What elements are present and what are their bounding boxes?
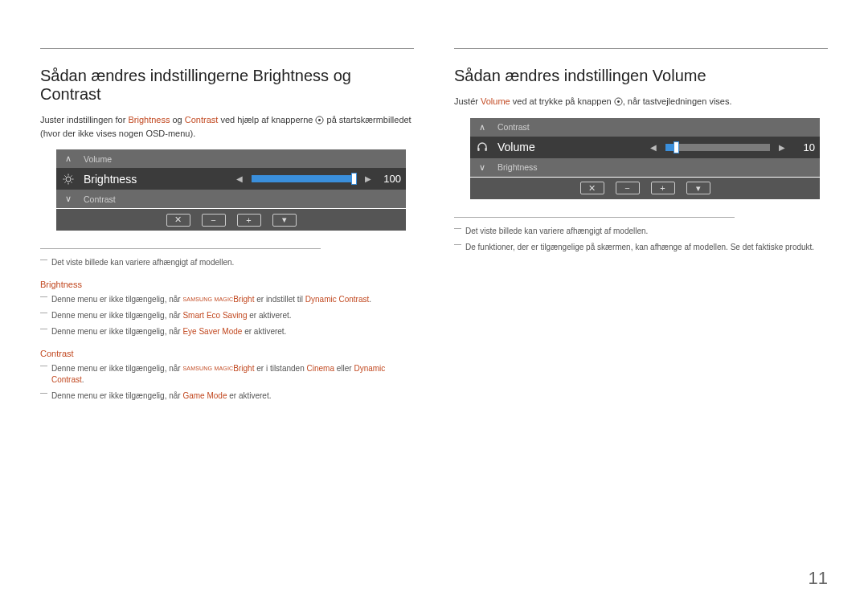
arrow-right-icon[interactable]: ▶ [360,174,376,183]
samsung-magic-label: SAMSUNG MAGIC [182,366,233,371]
osd-footer: ✕ − + ▾ [56,209,406,231]
osd-bottom-label: Contrast [80,194,201,204]
brightness-slider[interactable] [252,175,356,182]
hl-brightness: Brightness [128,115,170,125]
t: er i tilstanden [254,364,306,373]
svg-line-9 [65,182,66,182]
svg-point-1 [319,119,321,121]
plus-button[interactable]: + [237,214,261,227]
osd-bottom-label: Brightness [494,162,615,172]
close-button[interactable]: ✕ [166,214,190,227]
down-button[interactable]: ▾ [686,182,710,194]
left-column: Sådan ændres indstillingerne Brightness … [40,48,414,407]
page-body: Sådan ændres indstillingerne Brightness … [40,48,828,407]
note-e: Denne menu er ikke tilgængelig, når SAMS… [40,363,414,386]
t: . [369,295,371,304]
note-a-right: Det viste billede kan variere afhængigt … [454,226,828,237]
right-column: Sådan ændres indstillingen Volume Justér… [454,48,828,407]
hl: Bright [233,364,254,373]
t: ved hjælp af knapperne [218,115,315,125]
volume-slider[interactable] [665,144,770,151]
hl: Eye Saver Mode [182,327,242,336]
hl-volume: Volume [481,96,510,106]
heading-right: Sådan ændres indstillingen Volume [454,67,828,85]
osd-top-label: Contrast [494,122,615,132]
t: Denne menu er ikke tilgængelig, når [51,391,182,400]
slider-fill [252,175,356,182]
osd-value: 10 [791,141,815,153]
svg-line-8 [71,182,72,182]
note-c: Denne menu er ikke tilgængelig, når Smar… [40,310,414,321]
hl: Cinema [307,364,334,373]
osd-controls: ◀ ▶ 100 [231,173,406,185]
sun-icon [56,174,80,185]
slider-handle[interactable] [352,174,356,184]
intro-right: Justér Volume ved at trykke på knappen ,… [454,95,828,108]
note-b: Denne menu er ikke tilgængelig, når SAMS… [40,294,414,305]
osd-row-top: ∧ Contrast [470,118,820,137]
arrow-right-icon[interactable]: ▶ [774,143,790,152]
t: er aktiveret. [227,391,271,400]
headphones-icon [470,141,494,153]
hl: Bright [233,295,254,304]
note-b-right: De funktioner, der er tilgængelige på sk… [454,242,828,253]
slider-handle[interactable] [674,142,678,153]
osd-row-top: ∧ Volume [56,149,406,168]
osd-main-label: Volume [494,141,575,153]
jog-circle-icon [614,97,623,106]
t: er aktiveret. [242,327,286,336]
osd-footer: ✕ − + ▾ [470,178,820,199]
t: . [82,375,84,384]
t: eller [334,364,354,373]
hl: Dynamic Contrast [305,295,369,304]
notes-rule-left [40,248,321,249]
svg-rect-13 [477,148,479,151]
rule-top-right [454,48,828,49]
minus-button[interactable]: − [202,214,226,227]
svg-line-7 [65,175,66,176]
t: er indstillet til [254,295,305,304]
osd-row-main: Volume ◀ ▶ 10 [470,137,820,158]
t: og [170,115,184,125]
svg-point-12 [617,100,620,103]
subheading-contrast: Contrast [40,349,414,358]
close-button[interactable]: ✕ [580,182,604,194]
osd-top-label: Volume [80,154,201,164]
t: Juster indstillingen for [40,115,128,125]
note-a: Det viste billede kan variere afhængigt … [40,257,414,268]
page-number: 11 [809,568,828,589]
chevron-down-icon: ∨ [56,194,80,204]
jog-circle-icon [315,116,324,125]
minus-button[interactable]: − [616,182,640,194]
hl: Smart Eco Saving [182,311,247,320]
osd-row-main: Brightness ◀ ▶ 100 [56,168,406,190]
intro-left: Juster indstillingen for Brightness og C… [40,113,414,140]
subheading-brightness: Brightness [40,280,414,289]
osd-brightness-widget: ∧ Volume Brightness ◀ ▶ 100 [56,149,406,231]
note-d: Denne menu er ikke tilgængelig, når Eye … [40,326,414,337]
osd-controls: ◀ ▶ 10 [645,141,820,153]
t: Justér [454,96,481,106]
arrow-left-icon[interactable]: ◀ [645,143,661,152]
arrow-left-icon[interactable]: ◀ [231,174,248,183]
osd-row-bottom: ∨ Contrast [56,190,406,208]
chevron-up-icon: ∧ [56,153,80,164]
plus-button[interactable]: + [651,182,675,194]
down-button[interactable]: ▾ [272,214,297,227]
t: er aktiveret. [247,311,291,320]
t: Denne menu er ikke tilgængelig, når [51,311,182,320]
hl: Game Mode [182,391,227,400]
chevron-down-icon: ∨ [470,162,494,173]
t: , når tastvejledningen vises. [623,96,732,106]
rule-top-left [40,48,414,49]
t: Denne menu er ikke tilgængelig, når [51,327,182,336]
svg-rect-14 [485,148,486,151]
heading-left: Sådan ændres indstillingerne Brightness … [40,67,414,104]
osd-main-label: Brightness [80,173,161,186]
t: Denne menu er ikke tilgængelig, når [51,295,182,304]
note-f: Denne menu er ikke tilgængelig, når Game… [40,390,414,402]
hl-contrast: Contrast [185,115,219,125]
t: Denne menu er ikke tilgængelig, når [51,364,182,373]
osd-row-bottom: ∨ Brightness [470,158,820,177]
osd-value: 100 [377,173,401,185]
